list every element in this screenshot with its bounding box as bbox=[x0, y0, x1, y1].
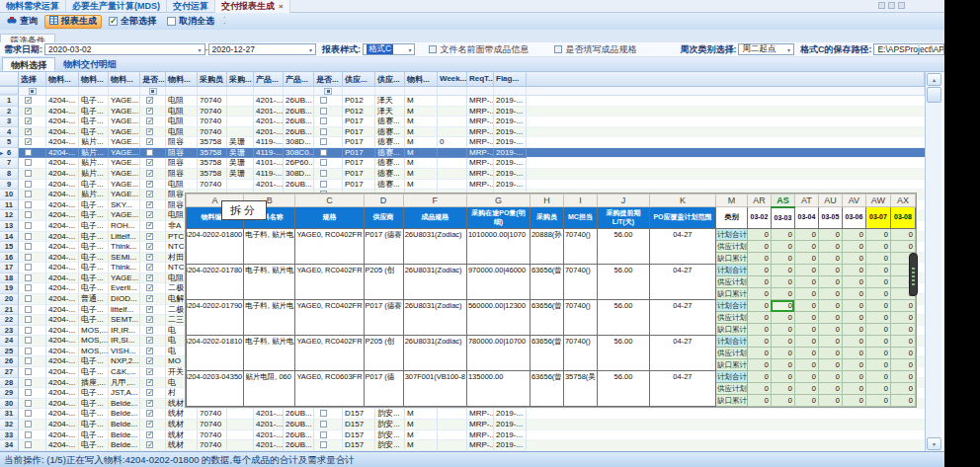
column-header[interactable]: 采购... bbox=[227, 72, 254, 86]
sheet-value-cell[interactable]: 0 bbox=[818, 348, 842, 359]
cell[interactable] bbox=[19, 409, 46, 420]
row-number[interactable]: 9 bbox=[0, 180, 19, 191]
sheet-value-cell[interactable]: 0 bbox=[747, 265, 771, 276]
filter-cell[interactable] bbox=[467, 87, 494, 95]
cell[interactable] bbox=[19, 315, 46, 326]
cell[interactable]: Belde... bbox=[109, 409, 140, 420]
checked-checkbox-icon[interactable] bbox=[146, 284, 153, 291]
sheet-value-cell[interactable]: 0 bbox=[890, 300, 915, 312]
sheet-value-cell[interactable]: 0 bbox=[747, 383, 771, 395]
unchecked-checkbox-icon[interactable] bbox=[320, 138, 327, 145]
cell[interactable]: VISH... bbox=[109, 347, 140, 357]
cell[interactable]: 308D... bbox=[284, 137, 314, 148]
cell[interactable]: 4201-... bbox=[254, 420, 284, 430]
row-number[interactable]: 2 bbox=[0, 107, 19, 117]
row-number[interactable]: 18 bbox=[0, 273, 19, 284]
table-row[interactable]: 24204-...电子...YAGE...电阻707404201-...26UB… bbox=[0, 107, 925, 117]
cell[interactable]: 电子... bbox=[79, 356, 109, 367]
sheet-value-cell[interactable]: 0 bbox=[747, 276, 771, 288]
sheet-value-cell[interactable]: 0 bbox=[818, 324, 842, 336]
cell[interactable]: 4204-... bbox=[46, 263, 79, 273]
cell[interactable]: 吴珊 bbox=[227, 158, 254, 169]
checked-checkbox-icon[interactable] bbox=[146, 306, 153, 313]
sheet-value-cell[interactable]: 0 bbox=[794, 300, 818, 312]
unchecked-checkbox-icon[interactable] bbox=[25, 191, 32, 197]
cell[interactable]: 4101-... bbox=[254, 158, 284, 169]
cell[interactable]: 电子... bbox=[79, 253, 109, 264]
scroll-up-icon[interactable]: ▲ bbox=[927, 73, 941, 86]
filter-cell[interactable] bbox=[79, 87, 109, 95]
cell[interactable]: SEMI... bbox=[109, 253, 140, 264]
cell[interactable]: M bbox=[405, 107, 438, 117]
row-number[interactable]: 23 bbox=[0, 326, 19, 337]
column-header[interactable]: 是否... bbox=[314, 72, 343, 86]
column-header[interactable]: 产品... bbox=[284, 72, 314, 86]
cell[interactable]: M bbox=[405, 148, 438, 159]
cell[interactable]: 4204-... bbox=[46, 388, 79, 399]
cell[interactable]: 电阻 bbox=[166, 107, 198, 117]
filter-cell[interactable] bbox=[19, 87, 46, 95]
cell[interactable]: 4204-... bbox=[46, 148, 79, 159]
row-number[interactable]: 21 bbox=[0, 305, 19, 316]
cell[interactable]: YAGE... bbox=[109, 148, 140, 159]
close-icon[interactable] bbox=[898, 2, 905, 9]
cell[interactable] bbox=[19, 388, 46, 399]
tab-3[interactable]: 交付运算 bbox=[167, 0, 215, 13]
sheet-cell-po_range[interactable]: 04-27 bbox=[649, 336, 715, 371]
cell[interactable]: 泽天 bbox=[375, 96, 405, 107]
sheet-value-cell[interactable]: 0 bbox=[771, 288, 794, 300]
sheet-cell-id[interactable]: 4204-0202-01800 bbox=[187, 229, 244, 265]
column-header[interactable]: 是否... bbox=[140, 72, 166, 86]
sheet-cell-po_qty[interactable]: 780000.00|10700 bbox=[466, 336, 530, 371]
sheet-value-cell[interactable]: 0 bbox=[818, 336, 842, 348]
sheet-category-cell[interactable]: 缺口累计 bbox=[715, 288, 747, 300]
cell[interactable] bbox=[227, 107, 254, 117]
unchecked-checkbox-icon[interactable] bbox=[25, 233, 32, 240]
tab-2[interactable]: 必要生产量计算(MDS) bbox=[66, 0, 167, 13]
row-number[interactable]: 10 bbox=[0, 190, 19, 200]
cell[interactable]: 4204-... bbox=[46, 127, 79, 138]
date-to-input[interactable]: 2020-12-27▾ bbox=[208, 43, 316, 55]
sheet-value-cell[interactable]: 0 bbox=[771, 276, 794, 288]
unchecked-checkbox-icon[interactable] bbox=[320, 108, 327, 115]
cell[interactable]: 2019-... bbox=[494, 107, 527, 117]
unchecked-checkbox-icon[interactable] bbox=[25, 201, 32, 208]
cell[interactable]: 贴片... bbox=[79, 190, 109, 200]
table-row[interactable]: 334204-...电子...Belde...线材707404201-...26… bbox=[0, 430, 925, 441]
cell[interactable]: 26UB... bbox=[284, 117, 314, 127]
cell[interactable] bbox=[140, 210, 166, 221]
cell[interactable]: 4204-... bbox=[46, 294, 79, 305]
cell[interactable]: 35758 bbox=[198, 137, 227, 148]
cell[interactable] bbox=[227, 96, 254, 107]
unchecked-checkbox-icon[interactable] bbox=[320, 128, 327, 135]
filter-cell[interactable] bbox=[375, 87, 405, 95]
cell[interactable] bbox=[140, 148, 166, 159]
cell[interactable]: MRP-... bbox=[467, 117, 494, 127]
cell[interactable]: 4204-... bbox=[46, 221, 79, 232]
sheet-cell-po_qty[interactable]: 1010000.00|1070 bbox=[466, 229, 530, 265]
sheet-cell-product_spec[interactable]: 26U8031(Zodiac) bbox=[403, 336, 466, 371]
unchecked-checkbox-icon[interactable] bbox=[320, 117, 327, 124]
cell[interactable]: 2019-... bbox=[494, 148, 527, 159]
sheet-value-cell[interactable]: 0 bbox=[842, 371, 865, 383]
cell[interactable]: 4201-... bbox=[254, 180, 284, 191]
cell[interactable] bbox=[314, 148, 343, 159]
sheet-column-header[interactable]: 类别 bbox=[715, 207, 747, 229]
cell[interactable] bbox=[227, 127, 254, 138]
cell[interactable]: Littelf... bbox=[109, 232, 140, 243]
checked-checkbox-icon[interactable] bbox=[146, 243, 153, 250]
cell[interactable]: M bbox=[405, 117, 438, 127]
cell[interactable]: M bbox=[405, 96, 438, 107]
sheet-cell-id[interactable]: 4204-0202-01790 bbox=[187, 300, 244, 336]
cell[interactable]: 电子... bbox=[79, 96, 109, 107]
cell[interactable]: 26UB... bbox=[284, 420, 314, 430]
cell[interactable]: 电子... bbox=[79, 367, 109, 378]
column-letter[interactable]: AS bbox=[771, 195, 794, 207]
table-row[interactable]: 74204-...贴片...YAGE...阻容35758吴珊4101-...26… bbox=[0, 158, 925, 169]
row-number[interactable]: 8 bbox=[0, 169, 19, 180]
sheet-value-cell[interactable]: 0 bbox=[818, 276, 842, 288]
cell[interactable] bbox=[140, 253, 166, 264]
sheet-category-cell[interactable]: 缺口累计 bbox=[715, 324, 747, 336]
unchecked-checkbox-icon[interactable] bbox=[25, 379, 32, 386]
sheet-value-cell[interactable]: 0 bbox=[747, 241, 771, 253]
